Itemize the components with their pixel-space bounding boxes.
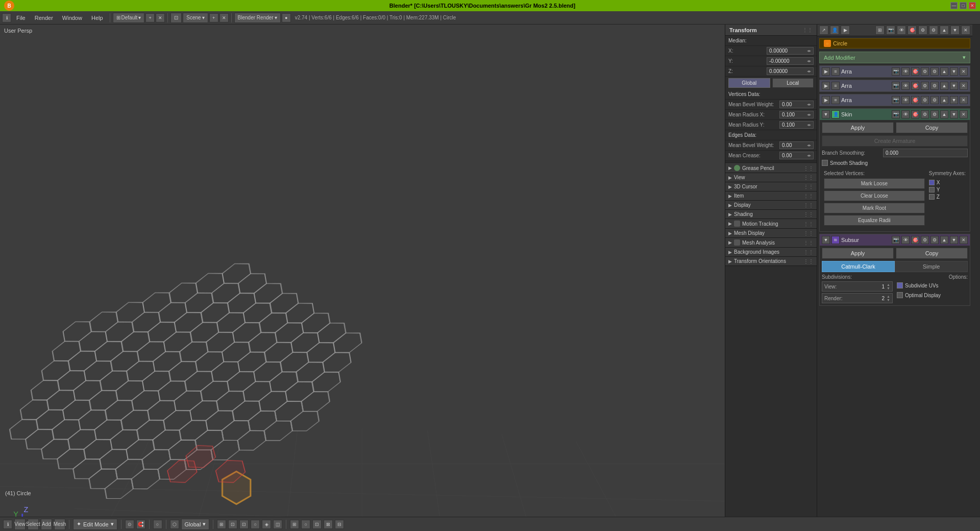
section-motion-tracking[interactable]: ▶ Motion Tracking ⋮⋮	[725, 219, 817, 229]
mod-skin-camera[interactable]: 📷	[892, 110, 900, 118]
smooth-shading-row[interactable]: Smooth Shading	[822, 159, 968, 167]
skin-apply-btn[interactable]: Apply	[822, 122, 894, 133]
mod-arra2-close[interactable]: ✕	[960, 82, 968, 90]
z-value-row[interactable]: Z: 0.00000 ◂▸	[725, 66, 817, 77]
engine-icon-btn[interactable]: ⊡	[170, 13, 182, 23]
mod-arra1-expand[interactable]: ▶	[822, 67, 830, 76]
mod-subsurf-settings[interactable]: ⚙	[921, 236, 929, 244]
mod-skin-down[interactable]: ▼	[950, 110, 958, 118]
subsurf-copy-btn[interactable]: Copy	[896, 248, 968, 259]
bottom-icon-2[interactable]: ⊡	[228, 520, 237, 529]
bottom-icon-11[interactable]: ⊟	[335, 520, 344, 529]
transform-panel-header[interactable]: Transform ⋮⋮	[725, 25, 817, 36]
branch-smoothing-field[interactable]: 0.000	[883, 149, 968, 157]
view-btn[interactable]: View	[14, 519, 26, 530]
pivot-icon[interactable]: ⊙	[125, 520, 134, 529]
menu-render[interactable]: Render	[31, 14, 57, 22]
mod-arra1-settings[interactable]: ⚙	[921, 67, 929, 76]
mod-icon-7[interactable]: ⚙	[918, 26, 927, 35]
scene-close-btn[interactable]: ✕	[219, 13, 229, 22]
viewport-3d[interactable]: X Y Z User Persp (41) Circle	[0, 25, 725, 517]
mod-subsurf-icon[interactable]: ≋	[831, 236, 840, 244]
bottom-icon-5[interactable]: ◈	[262, 520, 271, 529]
view-field[interactable]: View: 1 ▲ ▼	[822, 281, 893, 292]
minimize-btn[interactable]: —	[950, 2, 958, 9]
mod-icon-close[interactable]: ✕	[961, 26, 970, 35]
mod-subsurf-render[interactable]: 🎯	[911, 236, 919, 244]
window-controls[interactable]: — □ ✕	[950, 2, 976, 9]
mod-icon-4[interactable]: 📷	[886, 26, 895, 35]
mesh-btn[interactable]: Mesh	[54, 519, 65, 530]
snap-icon[interactable]: 🧲	[136, 520, 145, 529]
mod-subsurf-eye[interactable]: 👁	[901, 236, 910, 244]
section-bg-images[interactable]: ▶ Background Images ⋮⋮	[725, 248, 817, 257]
mark-loose-btn[interactable]: Mark Loose	[824, 178, 925, 189]
mod-arra3-settings[interactable]: ⚙	[921, 96, 929, 104]
mod-arra2-icon[interactable]: ≡	[831, 82, 840, 90]
mod-arra2-camera[interactable]: 📷	[892, 82, 900, 90]
section-shading[interactable]: ▶ Shading ⋮⋮	[725, 210, 817, 219]
mod-arra3-expand[interactable]: ▶	[822, 96, 830, 104]
mod-arra2-expand[interactable]: ▶	[822, 82, 830, 90]
mod-arra2-render[interactable]: 🎯	[911, 82, 919, 90]
sym-x-row[interactable]: X	[929, 180, 966, 185]
mod-subsurf-camera[interactable]: 📷	[892, 236, 900, 244]
mod-icon-down[interactable]: ▼	[950, 26, 960, 35]
sym-y-row[interactable]: Y	[929, 187, 966, 192]
section-3d-cursor[interactable]: ▶ 3D Cursor ⋮⋮	[725, 182, 817, 191]
skin-branch-smoothing-row[interactable]: Branch Smoothing: 0.000	[822, 149, 968, 157]
mod-arra1-settings2[interactable]: ⚙	[930, 67, 939, 76]
mean-crease-row[interactable]: Mean Crease: 0.00 ◂▸	[725, 151, 817, 161]
mod-subsurf-up[interactable]: ▲	[940, 236, 948, 244]
x-field[interactable]: 0.00000 ◂▸	[767, 47, 814, 55]
mod-skin-icon[interactable]: 👤	[831, 110, 840, 118]
simple-tab[interactable]: Simple	[895, 261, 968, 272]
subsurf-apply-btn[interactable]: Apply	[822, 248, 894, 259]
mod-arra3-up[interactable]: ▲	[940, 96, 948, 104]
mod-arra3-eye[interactable]: 👁	[901, 96, 910, 104]
mod-arra1-down[interactable]: ▼	[950, 67, 958, 76]
x-value-row[interactable]: X: 0.00000 ◂▸	[725, 46, 817, 56]
mod-arra2-settings[interactable]: ⚙	[921, 82, 929, 90]
mod-subsurf-settings2[interactable]: ⚙	[930, 236, 939, 244]
bottom-icon-4[interactable]: ○	[251, 520, 260, 529]
y-field[interactable]: -0.00000 ◂▸	[767, 57, 814, 65]
mod-icon-6[interactable]: 🎯	[908, 26, 917, 35]
bottom-icon-3[interactable]: ⊡	[239, 520, 249, 529]
section-grease-pencil[interactable]: ▶ Grease Pencil ⋮⋮	[725, 163, 817, 173]
mark-root-btn[interactable]: Mark Root	[824, 203, 925, 213]
edit-mode-dropdown[interactable]: ✦ Edit Mode ▾	[73, 519, 117, 530]
mod-icon-8[interactable]: ⚙	[929, 26, 938, 35]
close-btn[interactable]: ✕	[969, 2, 976, 9]
section-view[interactable]: ▶ View ⋮⋮	[725, 173, 817, 182]
mod-icon-2[interactable]: 👤	[830, 26, 839, 35]
scene-selector[interactable]: Scene ▾	[183, 13, 208, 23]
mod-arra2-settings2[interactable]: ⚙	[930, 82, 939, 90]
mod-skin-close[interactable]: ✕	[960, 110, 968, 118]
mod-arra1-up[interactable]: ▲	[940, 67, 948, 76]
bottom-icon-6[interactable]: ◫	[273, 520, 282, 529]
mod-skin-render[interactable]: 🎯	[911, 110, 919, 118]
mod-arra3-close[interactable]: ✕	[960, 96, 968, 104]
mod-arra1-render[interactable]: 🎯	[911, 67, 919, 76]
smooth-shading-checkbox[interactable]	[822, 160, 828, 166]
mod-arra1-icon[interactable]: ≡	[831, 67, 840, 76]
maximize-btn[interactable]: □	[960, 2, 967, 9]
bottom-icon-8[interactable]: ○	[301, 520, 310, 529]
sym-z-checkbox[interactable]	[929, 194, 935, 200]
mc-value-field[interactable]: 0.00 ◂▸	[779, 152, 814, 159]
mod-icon-3[interactable]: ⊞	[875, 26, 885, 35]
mrx-value-field[interactable]: 0.100 ◂▸	[779, 111, 814, 118]
add-btn[interactable]: Add	[41, 519, 52, 530]
clear-loose-btn[interactable]: Clear Loose	[824, 190, 925, 201]
mry-value-field[interactable]: 0.100 ◂▸	[779, 121, 814, 129]
mod-arra3-render[interactable]: 🎯	[911, 96, 919, 104]
mod-arra3-camera[interactable]: 📷	[892, 96, 900, 104]
mod-skin-up[interactable]: ▲	[940, 110, 948, 118]
mod-skin-settings2[interactable]: ⚙	[930, 110, 939, 118]
edge-bevel-row[interactable]: Mean Bevel Weight: 0.00 ◂▸	[725, 140, 817, 151]
mean-radius-x-row[interactable]: Mean Radius X: 0.100 ◂▸	[725, 110, 817, 120]
workspace-selector[interactable]: ⊞ Default ▾	[113, 13, 145, 23]
section-transform-orientations[interactable]: ▶ Transform Orientations ⋮⋮	[725, 257, 817, 266]
menu-help[interactable]: Help	[87, 14, 107, 22]
